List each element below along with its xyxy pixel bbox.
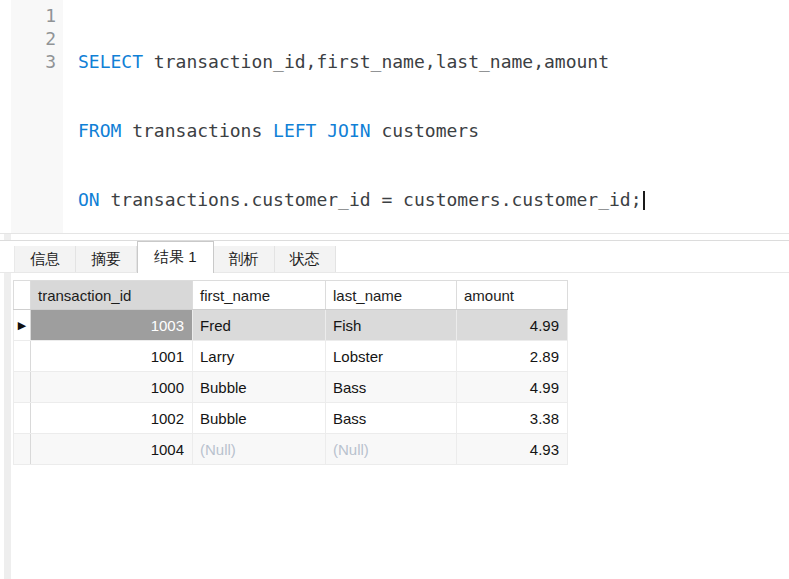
column-header-first-name[interactable]: first_name xyxy=(193,281,326,310)
grid-cell[interactable]: Larry xyxy=(193,341,326,372)
line-number: 1 xyxy=(11,4,56,27)
code-line: ON transactions.customer_id = customers.… xyxy=(78,188,789,211)
tab-info[interactable]: 信息 xyxy=(14,246,76,272)
tab-summary[interactable]: 摘要 xyxy=(76,246,137,272)
grid-cell[interactable]: Bubble xyxy=(193,403,326,434)
grid-cell[interactable]: Bubble xyxy=(193,372,326,403)
code-line: FROM transactions LEFT JOIN customers xyxy=(78,119,789,142)
grid-cell[interactable]: 1004 xyxy=(31,434,193,465)
sql-text: transaction_id,first_name,last_name,amou… xyxy=(143,51,609,72)
grid-cell[interactable]: 1003 xyxy=(31,310,193,341)
sql-keyword: ON xyxy=(78,189,100,210)
grid-cell[interactable]: Bass xyxy=(326,372,457,403)
sql-keyword: LEFT JOIN xyxy=(273,120,371,141)
line-number: 2 xyxy=(11,27,56,50)
sql-text: transactions.customer_id = customers.cus… xyxy=(100,189,642,210)
table-row: 1000 Bubble Bass 4.99 xyxy=(14,372,568,403)
code-line: SELECT transaction_id,first_name,last_na… xyxy=(78,50,789,73)
line-number: 3 xyxy=(11,50,56,73)
column-header-last-name[interactable]: last_name xyxy=(326,281,457,310)
row-marker[interactable] xyxy=(14,372,31,403)
grid-cell[interactable]: 2.89 xyxy=(457,341,568,372)
table-row-selected: ▶ 1003 Fred Fish 4.99 xyxy=(14,310,568,341)
column-header-amount[interactable]: amount xyxy=(457,281,568,310)
row-marker[interactable] xyxy=(14,341,31,372)
sql-text: transactions xyxy=(121,120,273,141)
sql-keyword: SELECT xyxy=(78,51,143,72)
tab-status[interactable]: 状态 xyxy=(275,246,336,272)
row-marker[interactable] xyxy=(14,403,31,434)
grid-cell[interactable]: 3.38 xyxy=(457,403,568,434)
grid-cell[interactable]: 1000 xyxy=(31,372,193,403)
tab-result-1[interactable]: 结果 1 xyxy=(137,241,214,273)
grid-cell[interactable]: 4.99 xyxy=(457,372,568,403)
grid-cell-null[interactable]: (Null) xyxy=(326,434,457,465)
grid-cell[interactable]: Bass xyxy=(326,403,457,434)
table-row: 1002 Bubble Bass 3.38 xyxy=(14,403,568,434)
text-cursor xyxy=(643,191,645,210)
row-marker[interactable] xyxy=(14,434,31,465)
grid-cell[interactable]: Fish xyxy=(326,310,457,341)
grid-cell[interactable]: 1002 xyxy=(31,403,193,434)
column-header-transaction-id[interactable]: transaction_id xyxy=(31,281,193,310)
line-number-gutter: 1 2 3 xyxy=(11,0,63,233)
sql-keyword: FROM xyxy=(78,120,121,141)
sql-text: customers xyxy=(371,120,479,141)
grid-cell[interactable]: Lobster xyxy=(326,341,457,372)
row-marker[interactable]: ▶ xyxy=(14,310,31,341)
table-row: 1004 (Null) (Null) 4.93 xyxy=(14,434,568,465)
grid-header-row: transaction_id first_name last_name amou… xyxy=(14,281,568,310)
grid-cell[interactable]: Fred xyxy=(193,310,326,341)
grid-cell[interactable]: 4.93 xyxy=(457,434,568,465)
grid-cell-null[interactable]: (Null) xyxy=(193,434,326,465)
result-tab-bar: 信息 摘要 结果 1 剖析 状态 xyxy=(0,240,789,273)
sql-code-area[interactable]: SELECT transaction_id,first_name,last_na… xyxy=(63,0,789,237)
result-grid: transaction_id first_name last_name amou… xyxy=(13,280,568,465)
app-window: 1 2 3 SELECT transaction_id,first_name,l… xyxy=(0,0,789,579)
grid-cell[interactable]: 4.99 xyxy=(457,310,568,341)
table-row: 1001 Larry Lobster 2.89 xyxy=(14,341,568,372)
grid-cell[interactable]: 1001 xyxy=(31,341,193,372)
tab-profile[interactable]: 剖析 xyxy=(214,246,275,272)
sql-editor[interactable]: 1 2 3 SELECT transaction_id,first_name,l… xyxy=(0,0,789,234)
grid-corner-cell[interactable] xyxy=(14,281,31,310)
